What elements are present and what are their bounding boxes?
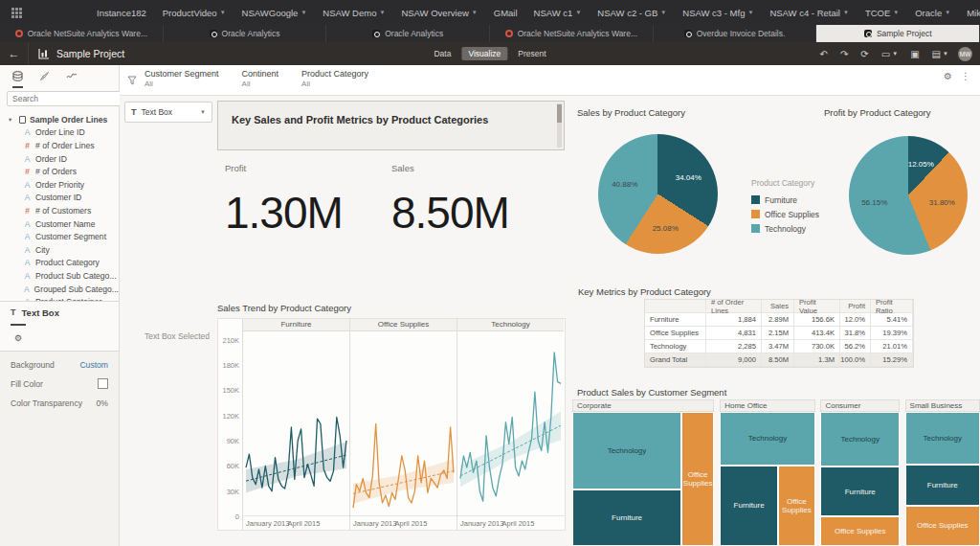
sales-trend-chart[interactable]: Sales Trend by Product Category 210K180K… xyxy=(217,303,566,531)
field-row[interactable]: ACustomer Segment xyxy=(9,230,119,243)
data-field-tree: ▾Sample Order LinesAOrder Line ID## of O… xyxy=(0,110,119,301)
field-row[interactable]: ## of Order Lines xyxy=(9,139,119,152)
trend-panel-furniture[interactable]: FurnitureJanuary 2013April 2015 xyxy=(242,319,349,530)
browser-tab[interactable]: Oracle Analytics xyxy=(164,25,327,42)
field-row[interactable]: ## of Customers xyxy=(9,204,119,217)
field-row[interactable]: ACustomer ID xyxy=(9,192,119,205)
browser-tab[interactable]: Sample Project xyxy=(816,25,980,42)
mosaic-rect[interactable]: Technology xyxy=(720,412,815,466)
undo-icon[interactable]: ↶ xyxy=(820,49,828,59)
bookmark-item[interactable]: Oracle▼ xyxy=(915,8,950,18)
table-cell: 3.47M xyxy=(762,340,794,353)
field-label: Order Priority xyxy=(35,180,84,190)
field-row[interactable]: ▾Sample Order Lines xyxy=(9,113,119,126)
mosaic-rect[interactable]: Furniture xyxy=(720,466,778,546)
mosaic-rect[interactable]: Technology xyxy=(572,412,681,489)
field-row[interactable]: AOrder Line ID xyxy=(9,126,119,140)
mosaic-rect[interactable]: Office Supplies xyxy=(820,516,900,546)
legend-entry[interactable]: Technology xyxy=(751,221,819,236)
text-box-content[interactable]: Key Sales and Profit Metrics by Product … xyxy=(218,102,564,138)
canvas-settings-gear-icon[interactable]: ⚙ xyxy=(944,71,952,81)
nav-data[interactable]: Data xyxy=(427,47,457,60)
field-row[interactable]: ACity xyxy=(9,243,119,257)
browser-tab[interactable]: Oracle NetSuite Analytics Ware... xyxy=(490,25,654,42)
save-icon[interactable]: ▤▼ xyxy=(932,49,948,59)
refresh-data-icon[interactable]: ⟳ xyxy=(860,49,868,59)
search-input[interactable] xyxy=(7,91,124,106)
mosaic-column-rects: TechnologyFurnitureOffice Supplies xyxy=(820,412,900,546)
field-row[interactable]: AProduct Sub Catego... xyxy=(9,269,119,283)
attribute-icon: A xyxy=(23,180,32,190)
sales-pie-chart[interactable]: 34.04%25.08%40.88% xyxy=(598,134,718,254)
bookmark-item[interactable]: ProductVideo▼ xyxy=(163,8,226,18)
mosaic-rect[interactable]: Office Supplies xyxy=(681,412,714,546)
title-text-box[interactable]: Key Sales and Profit Metrics by Product … xyxy=(217,101,565,150)
bookmark-item[interactable]: NSAW c1▼ xyxy=(534,8,582,18)
mosaic-rect[interactable]: Furniture xyxy=(820,466,900,516)
fill-color-swatch[interactable] xyxy=(98,378,108,389)
mosaic-column-header: Small Business xyxy=(905,399,980,412)
redo-icon[interactable]: ↷ xyxy=(840,49,848,59)
apps-grid-icon[interactable] xyxy=(11,8,22,18)
back-button[interactable]: ← xyxy=(0,42,29,65)
table-cell: Office Supplies xyxy=(645,327,706,340)
browser-tab[interactable]: Overdue Invoice Details. xyxy=(654,25,817,42)
kpi-profit[interactable]: Profit 1.30M xyxy=(225,163,343,239)
properties-gear-icon[interactable]: ⚙ xyxy=(14,333,22,343)
bookmark-item[interactable]: TCOE▼ xyxy=(865,8,899,18)
nav-visualize[interactable]: Visualize xyxy=(461,47,507,60)
caret-expanded-icon[interactable]: ▾ xyxy=(9,116,15,124)
profit-pie-chart[interactable]: 12.05%31.80%56.15% xyxy=(849,136,968,255)
visualizations-tab-icon[interactable] xyxy=(39,65,50,88)
prop-background-value[interactable]: Custom xyxy=(79,360,108,370)
mosaic-rect[interactable]: Technology xyxy=(820,412,900,466)
bookmark-item[interactable]: NSAW Overview▼ xyxy=(401,8,477,18)
bookmark-item[interactable]: NSAW c2 - GB▼ xyxy=(597,8,666,18)
field-row[interactable]: AProduct Category xyxy=(9,257,119,270)
field-row[interactable]: AOrder Priority xyxy=(9,178,119,192)
bookmark-item[interactable]: Mike▼ xyxy=(967,8,980,18)
bookmark-item[interactable]: GMail xyxy=(494,8,518,18)
key-metrics-table[interactable]: # of Order LinesSalesProfit ValueProfitP… xyxy=(644,299,914,368)
export-icon[interactable]: ▣ xyxy=(910,49,919,59)
legend-entry[interactable]: Furniture xyxy=(751,193,819,207)
pie-slice-label: 40.88% xyxy=(612,180,637,189)
analytics-tab-icon[interactable] xyxy=(66,65,78,88)
prop-transparency-value[interactable]: 0% xyxy=(97,398,108,408)
mosaic-rect[interactable]: Office Supplies xyxy=(778,466,815,546)
bookmark-item[interactable]: Instance182 xyxy=(97,8,146,18)
field-row[interactable]: ## of Orders xyxy=(9,165,119,178)
avatar[interactable]: MW xyxy=(958,47,972,61)
text-box-scrollbar[interactable] xyxy=(557,103,562,148)
bookmark-item[interactable]: NSAW c4 - Retail▼ xyxy=(769,8,849,18)
preview-icon[interactable]: ▭▼ xyxy=(881,49,898,59)
browser-tab[interactable]: Oracle Analytics xyxy=(326,25,490,42)
field-row[interactable]: AOrder ID xyxy=(9,152,119,166)
trend-panel-technology[interactable]: TechnologyJanuary 2013April 2015 xyxy=(457,319,564,530)
kebab-menu-icon[interactable]: ⋮ xyxy=(961,71,970,81)
legend-entry[interactable]: Office Supplies xyxy=(751,207,819,221)
mosaic-rect[interactable]: Technology xyxy=(905,412,980,465)
filter-customer-segment[interactable]: Customer Segment All xyxy=(145,69,219,88)
filter-continent[interactable]: Continent All xyxy=(242,69,279,88)
bookmark-item[interactable]: NSAW c3 - Mfg▼ xyxy=(682,8,753,18)
field-row[interactable]: ACustomer Name xyxy=(9,217,119,231)
mosaic-rect[interactable]: Furniture xyxy=(905,465,980,506)
table-cell: 4,831 xyxy=(706,327,762,340)
trend-panel-office_supplies[interactable]: Office SuppliesJanuary 2013April 2015 xyxy=(349,319,457,530)
filter-icon[interactable] xyxy=(127,72,137,89)
mosaic-rect[interactable]: Furniture xyxy=(572,489,681,546)
product-sales-mosaic-chart[interactable]: CorporateTechnologyFurnitureOffice Suppl… xyxy=(572,399,980,546)
viz-type-dropdown[interactable]: T Text Box ▼ xyxy=(124,102,212,123)
table-cell: 413.4K xyxy=(794,327,840,340)
data-tab-icon[interactable] xyxy=(12,65,23,88)
mosaic-rect[interactable]: Office Supplies xyxy=(905,506,980,546)
kpi-sales[interactable]: Sales 8.50M xyxy=(391,163,509,239)
bookmark-item[interactable]: NSAW Demo▼ xyxy=(323,8,385,18)
browser-tab[interactable]: Oracle NetSuite Analytics Ware... xyxy=(0,25,164,42)
nav-present[interactable]: Present xyxy=(511,47,552,60)
field-row[interactable]: AGrouped Sub Catego... xyxy=(9,283,119,296)
bookmark-item[interactable]: NSAWGoogle▼ xyxy=(242,8,307,18)
mosaic-column-rects: TechnologyFurnitureOffice Supplies xyxy=(572,412,714,546)
filter-product-category[interactable]: Product Category All xyxy=(301,69,368,88)
